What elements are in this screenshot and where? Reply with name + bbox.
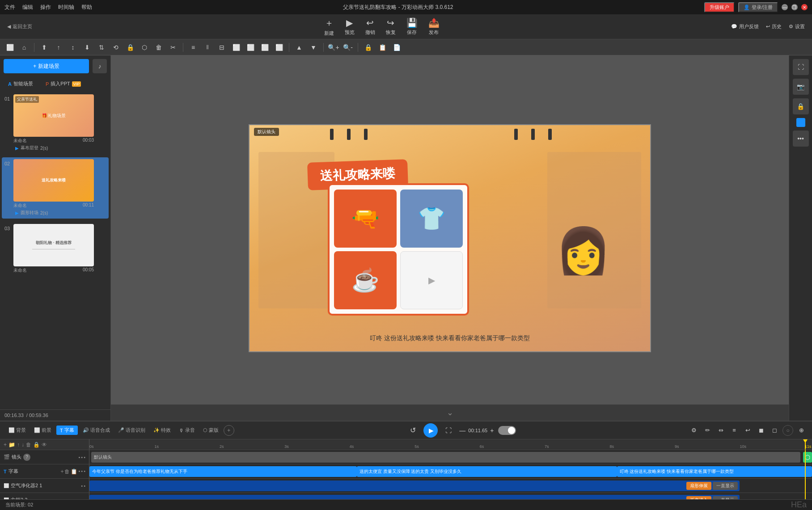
camera-clip[interactable]: 默认镜头 xyxy=(91,452,800,463)
frame-show-btn[interactable]: 一直显示 xyxy=(713,496,738,499)
vc-align-btn[interactable]: ⇔ xyxy=(715,425,726,436)
move-down-btn[interactable]: ↓ xyxy=(21,442,24,448)
send-back-btn[interactable]: ▼ xyxy=(307,41,320,54)
align-center-v-btn[interactable]: ↕ xyxy=(67,41,79,54)
lock2-btn[interactable]: 🔒 xyxy=(362,41,374,54)
purifier-clip[interactable]: 扇形伸展 一直显示 xyxy=(89,480,740,491)
scene-item-1[interactable]: 01 父亲节送礼 🎁 礼物场景 未命名 00:03 ▶ 幕布层登 2(s) xyxy=(2,93,109,154)
vc-filter-btn[interactable]: ≡ xyxy=(729,425,740,436)
tab-subtitle[interactable]: T 字幕 xyxy=(56,426,78,435)
align-top-btn[interactable]: ⬆ xyxy=(38,41,51,54)
paste-btn[interactable]: 📄 xyxy=(390,41,403,54)
redo-button[interactable]: ↪ 恢复 xyxy=(386,17,396,36)
smart-scene-tab[interactable]: A 智能场景 xyxy=(4,79,38,89)
align-right2-btn[interactable]: ⬜ xyxy=(273,41,285,54)
fullscreen-btn[interactable]: ⛶ xyxy=(793,59,809,75)
frame-anim-btn[interactable]: 渐变进入 xyxy=(686,496,711,499)
sub-ctrl-1[interactable]: • xyxy=(78,468,80,475)
sub-ctrl-add[interactable]: + xyxy=(60,468,63,475)
time-minus-btn[interactable]: — xyxy=(459,427,465,434)
align-left-btn[interactable]: ≡ xyxy=(187,41,199,54)
delete-track-btn[interactable]: 🗑 xyxy=(26,442,31,448)
tab-foreground[interactable]: ⬜ 前景 xyxy=(31,426,55,435)
menu-bar[interactable]: 文件 编辑 操作 时间轴 帮助 xyxy=(4,4,92,11)
undo-button[interactable]: ↩ 撤销 xyxy=(365,17,375,36)
vc-undo-btn[interactable]: ↩ xyxy=(742,425,753,436)
align-up-btn[interactable]: ↑ xyxy=(52,41,65,54)
menu-timeline[interactable]: 时间轴 xyxy=(58,4,74,11)
cut-btn[interactable]: ✂ xyxy=(167,41,179,54)
align-rows-btn[interactable]: ⬜ xyxy=(230,41,242,54)
tab-voice-recog[interactable]: 🎤 语音识别 xyxy=(115,426,148,435)
subtitle-clip-2[interactable]: 送的太便宜 质量又没保障 送的太贵 又别毕业没多久 xyxy=(357,466,617,477)
publish-button[interactable]: 📤 发布 xyxy=(428,17,440,36)
insert-ppt-tab[interactable]: P 插入PPT VIP xyxy=(41,79,85,89)
subtitle-clip-1[interactable]: 今年父亲节 你是否在为给老爸推荐礼物无从下手 xyxy=(89,466,357,477)
history-button[interactable]: ↩ 历史 xyxy=(766,23,782,30)
menu-operation[interactable]: 操作 xyxy=(40,4,51,11)
copy-btn[interactable]: 📋 xyxy=(376,41,389,54)
tab-background[interactable]: ⬜ 背景 xyxy=(5,426,29,435)
camera-btn[interactable]: 📷 xyxy=(793,79,809,95)
vc-extra-btn[interactable]: ◻ xyxy=(769,425,780,436)
expand-down-icon[interactable]: ⌄ xyxy=(447,408,453,417)
home-btn[interactable]: ⌂ xyxy=(18,41,30,54)
time-plus-btn[interactable]: + xyxy=(490,427,494,434)
feedback-button[interactable]: 💬 用户反馈 xyxy=(731,23,759,30)
music-button[interactable]: ♪ xyxy=(93,59,107,73)
purifier-anim-btn[interactable]: 扇形伸展 xyxy=(686,482,711,490)
camera-ctrl-1[interactable]: • xyxy=(78,455,80,460)
settings-button[interactable]: ⚙ 设置 xyxy=(789,23,805,30)
camera-clip-end[interactable]: ⬡ xyxy=(803,452,812,463)
camera-ctrl-2[interactable]: • xyxy=(81,455,83,460)
close-button[interactable]: ✕ xyxy=(801,4,808,10)
vc-more-btn[interactable]: ◼ xyxy=(756,425,766,436)
scene-item-2[interactable]: 02 送礼攻略来喽 未命名 00:11 ▶ 圆形转场 2(s) xyxy=(2,157,109,219)
vc-edit-btn[interactable]: ✏ xyxy=(702,425,713,436)
zoom-in-btn[interactable]: 🔍+ xyxy=(327,41,340,54)
align-bottom-btn[interactable]: ⬇ xyxy=(81,41,93,54)
save-button[interactable]: 💾 保存 xyxy=(406,17,418,36)
frame-clip[interactable]: 渐变进入 一直显示 xyxy=(89,495,740,499)
distribute-h-btn[interactable]: ⬜ xyxy=(244,41,257,54)
minimize-button[interactable]: — xyxy=(782,4,788,10)
vc-settings-btn[interactable]: ⚙ xyxy=(689,425,699,436)
restore-button[interactable]: ❐ xyxy=(791,4,798,10)
menu-edit[interactable]: 编辑 xyxy=(22,4,33,11)
menu-file[interactable]: 文件 xyxy=(4,4,15,11)
scene-item-3[interactable]: 03 朝阳礼物 · 精选推荐 ———————————— 未命名 00:05 xyxy=(2,222,109,275)
sub-ctrl-del[interactable]: 🗑 xyxy=(64,468,70,475)
help-icon[interactable]: ? xyxy=(23,454,30,461)
lock-track-btn[interactable]: 🔒 xyxy=(33,442,40,448)
camera-ctrl-3[interactable]: • xyxy=(84,455,85,460)
bring-forward-btn[interactable]: ▲ xyxy=(293,41,305,54)
back-home[interactable]: ◀ 返回主页 xyxy=(7,23,32,30)
canvas-frame[interactable]: 默认镜头 送礼攻略来喽 xyxy=(249,124,651,352)
login-button[interactable]: 👤 登录/注册 xyxy=(738,2,778,13)
lock-btn[interactable]: 🔒 xyxy=(124,41,136,54)
vc-circle-btn[interactable]: ○ xyxy=(782,425,793,436)
folder-btn[interactable]: 📁 xyxy=(8,442,15,448)
rewind-btn[interactable]: ↺ xyxy=(406,424,419,437)
sub-ctrl-2[interactable]: • xyxy=(81,468,83,475)
upgrade-button[interactable]: 升级账户 xyxy=(704,2,735,13)
sub-ctrl-3[interactable]: • xyxy=(84,468,85,475)
more-tabs-btn[interactable]: + xyxy=(224,425,234,436)
more-btn[interactable]: ••• xyxy=(793,131,809,147)
sub-ctrl-copy[interactable]: 📋 xyxy=(71,468,77,475)
tab-record[interactable]: 🎙 录音 xyxy=(176,426,198,435)
align-right-btn[interactable]: ⬜ xyxy=(258,41,271,54)
purifier-show-btn[interactable]: 一直显示 xyxy=(713,482,738,490)
new-scene-button[interactable]: + 新建场景 xyxy=(4,59,89,73)
lock-btn-r[interactable]: 🔒 xyxy=(793,98,809,114)
zoom-out-btn[interactable]: 🔍- xyxy=(342,41,354,54)
align-center-h-btn[interactable]: ⊟ xyxy=(216,41,228,54)
distribute-v-btn[interactable]: ⇅ xyxy=(95,41,108,54)
delete-btn[interactable]: 🗑 xyxy=(152,41,165,54)
fullscreen-play-btn[interactable]: ⛶ xyxy=(442,424,455,437)
add-track-btn[interactable]: + xyxy=(4,442,7,448)
tab-voice-synth[interactable]: 🔊 语音合成 xyxy=(80,426,113,435)
loop-toggle[interactable] xyxy=(498,426,516,435)
move-up-btn[interactable]: ↑ xyxy=(17,442,20,448)
subtitle-clip-3[interactable]: 叮咚 这份送礼攻略来喽 快来看看你家老爸属于哪一款类型 xyxy=(617,466,812,477)
